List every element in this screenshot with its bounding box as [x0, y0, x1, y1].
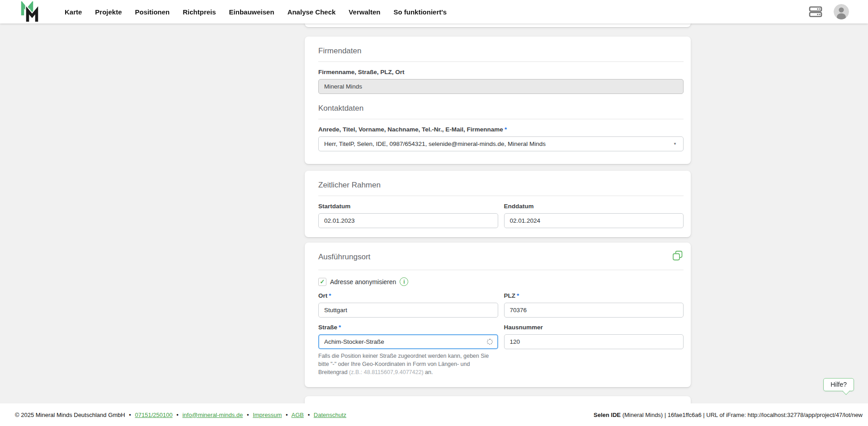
anonymize-label: Adresse anonymisieren [330, 278, 396, 286]
plz-label-text: PLZ [504, 292, 516, 299]
startdatum-label: Startdatum [318, 203, 498, 210]
strasse-label-text: Straße [318, 324, 337, 331]
nav-item-projekte[interactable]: Projekte [95, 8, 122, 16]
helper-text-example: (z.B.: 48.8115607,9.4077422) [349, 369, 423, 375]
loading-spinner-icon [487, 339, 493, 345]
check-icon: ✓ [320, 279, 325, 285]
company-input [318, 79, 684, 94]
hausnummer-label: Hausnummer [504, 324, 684, 331]
top-navbar: Karte Projekte Positionen Richtpreis Ein… [0, 0, 868, 23]
ort-label: Ort* [318, 292, 498, 299]
footer-link-datenschutz[interactable]: Datenschutz [314, 412, 346, 418]
help-button[interactable]: Hilfe? [823, 378, 854, 391]
footer-debug-info: Selen IDE (Mineral Minds) | 16fae1ffc6a6… [594, 412, 863, 418]
copy-button[interactable] [672, 250, 684, 264]
footer-link-phone[interactable]: 07151/250100 [135, 412, 173, 418]
nav-item-so-funktionierts[interactable]: So funktioniert's [393, 8, 447, 16]
hausnummer-input[interactable] [504, 334, 684, 349]
contact-select-wrap: Herr, TitelP, Selen, IDE, 0987/654321, s… [318, 136, 684, 151]
separator: • [129, 412, 131, 418]
company-field-label: Firmenname, Straße, PLZ, Ort [318, 69, 684, 75]
separator: • [308, 412, 310, 418]
ort-label-text: Ort [318, 292, 327, 299]
footer-link-agb[interactable]: AGB [292, 412, 304, 418]
divider [318, 119, 684, 119]
nav-item-positionen[interactable]: Positionen [135, 8, 170, 16]
main-menu: Karte Projekte Positionen Richtpreis Ein… [65, 8, 447, 16]
strasse-helper-text: Falls die Position keiner Straße zugeord… [318, 352, 495, 376]
required-marker: * [517, 292, 519, 299]
required-marker: * [339, 324, 341, 331]
footer-ide-details: (Mineral Minds) | 16fae1ffc6a6 | URL of … [621, 412, 863, 418]
nav-item-analyse-check[interactable]: Analyse Check [288, 8, 336, 16]
footer-link-impressum[interactable]: Impressum [253, 412, 282, 418]
anonymize-checkbox[interactable]: ✓ [318, 278, 326, 286]
plz-label: PLZ* [504, 292, 684, 299]
section-title-firmendaten: Firmendaten [318, 47, 684, 56]
separator: • [286, 412, 288, 418]
divider [318, 61, 684, 62]
nav-item-richtpreis[interactable]: Richtpreis [183, 8, 216, 16]
user-avatar-icon [834, 4, 849, 19]
footer-left: © 2025 Mineral Minds Deutschland GmbH • … [15, 412, 346, 418]
card-execution-location: Ausführungsort ✓ Adresse anonymisieren i… [305, 243, 691, 387]
required-marker: * [329, 292, 331, 299]
helper-text-end: an. [424, 369, 433, 375]
info-icon[interactable]: i [400, 277, 408, 286]
nav-item-verwalten[interactable]: Verwalten [349, 8, 380, 16]
section-title-kontaktdaten: Kontaktdaten [318, 104, 684, 113]
required-marker: * [505, 126, 507, 133]
enddatum-input[interactable] [504, 213, 684, 228]
footer-link-email[interactable]: info@mineral-minds.de [182, 412, 243, 418]
nav-item-einbauweisen[interactable]: Einbauweisen [229, 8, 274, 16]
separator: • [176, 412, 179, 418]
server-icon[interactable] [808, 5, 823, 19]
startdatum-input[interactable] [318, 213, 498, 228]
card-company-data: Firmendaten Firmenname, Straße, PLZ, Ort… [305, 37, 691, 164]
navbar-right [808, 4, 849, 19]
contact-select[interactable]: Herr, TitelP, Selen, IDE, 0987/654321, s… [318, 136, 684, 151]
nav-item-karte[interactable]: Karte [65, 8, 82, 16]
contact-field-label: Anrede, Titel, Vorname, Nachname, Tel.-N… [318, 126, 684, 133]
section-title-ausfuehrungsort: Ausführungsort [318, 253, 370, 262]
footer: © 2025 Mineral Minds Deutschland GmbH • … [0, 403, 868, 426]
card-timeframe: Zeitlicher Rahmen Startdatum Enddatum [305, 171, 691, 237]
enddatum-label: Enddatum [504, 203, 684, 210]
logo[interactable] [20, 0, 39, 23]
contact-field-label-text: Anrede, Titel, Vorname, Nachname, Tel.-N… [318, 126, 503, 133]
section-title-zeitlicher-rahmen: Zeitlicher Rahmen [318, 181, 684, 190]
divider [318, 270, 684, 270]
footer-ide-name: Selen IDE [594, 412, 621, 418]
strasse-input[interactable] [318, 334, 498, 349]
user-avatar[interactable] [834, 4, 849, 19]
strasse-label: Straße* [318, 324, 498, 331]
separator: • [247, 412, 249, 418]
ort-input[interactable] [318, 303, 498, 318]
copy-icon [672, 250, 684, 262]
footer-copyright: © 2025 Mineral Minds Deutschland GmbH [15, 412, 125, 418]
plz-input[interactable] [504, 303, 684, 318]
logo-icon [20, 1, 39, 22]
